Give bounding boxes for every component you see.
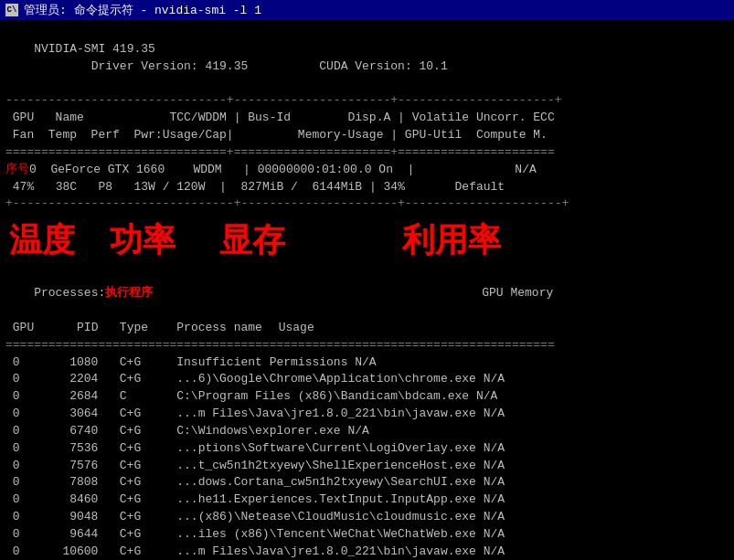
smi-version: NVIDIA-SMI 419.35 [34, 42, 155, 56]
annot-util: 利用率 [402, 218, 548, 263]
seq-num: 序号 [5, 163, 29, 176]
processes-section: Processes:执行程序GPU Memory GPU PID Type Pr… [0, 264, 734, 560]
gpu-row-2: 47% 38C P8 13W / 120W | 827MiB / 6144MiB… [5, 179, 729, 196]
separator-top: -------------------------------+--------… [5, 92, 729, 110]
terminal: NVIDIA-SMI 419.35 Driver Version: 419.35… [0, 20, 734, 217]
process-rows-container: 0 1080 C+G Insufficient Permissions N/A … [5, 354, 729, 561]
table-row: 0 8460 C+G ...he11.Experiences.TextInput… [5, 491, 729, 509]
table-row: 0 3064 C+G ...m Files\Java\jre1.8.0_221\… [5, 406, 729, 423]
table-row: 0 10600 C+G ...m Files\Java\jre1.8.0_221… [5, 544, 729, 560]
title-bar: C\ 管理员: 命令提示符 - nvidia-smi -l 1 [0, 0, 734, 20]
col-header-2: Fan Temp Perf Pwr:Usage/Cap| Memory-Usag… [5, 127, 729, 144]
table-row: 0 6740 C+G C:\Windows\explorer.exe N/A [5, 423, 729, 440]
col-type-label: Type [120, 321, 148, 334]
col-name-label: Process name [176, 321, 262, 334]
table-row: 0 7808 C+G ...dows.Cortana_cw5n1h2txyewy… [5, 474, 729, 491]
process-separator: ========================================… [5, 337, 729, 354]
exec-label: 执行程序 [105, 286, 153, 300]
annotation-row: 温度 功率 显存 利用率 [0, 217, 734, 264]
title-text: 管理员: 命令提示符 - nvidia-smi -l 1 [24, 2, 261, 18]
table-row: 0 9644 C+G ...iles (x86)\Tencent\WeChat\… [5, 526, 729, 544]
table-row: 0 2204 C+G ...6)\Google\Chrome\Applicati… [5, 371, 729, 388]
annot-power: 功率 [110, 218, 219, 263]
col-pid-label: PID [77, 321, 98, 334]
col-header-1: GPU Name TCC/WDDM | Bus-Id Disp.A | Vola… [5, 110, 729, 127]
table-row: 0 9048 C+G ...(x86)\Netease\CloudMusic\c… [5, 509, 729, 526]
title-icon: C\ [5, 4, 18, 16]
smi-version-line: NVIDIA-SMI 419.35 Driver Version: 419.35… [5, 24, 729, 92]
process-header-line: Processes:执行程序GPU Memory [5, 268, 729, 320]
gpu-row-1: 序号0 GeForce GTX 1660 WDDM | 00000000:01:… [5, 162, 729, 179]
table-row: 0 7536 C+G ...ptions\Software\Current\Lo… [5, 440, 729, 458]
separator-mid: ===============================+========… [5, 144, 729, 162]
table-row: 0 1080 C+G Insufficient Permissions N/A [5, 354, 729, 372]
annot-temp: 温度 [9, 218, 110, 263]
table-row: 0 7576 C+G ...t_cw5n1h2txyewy\ShellExper… [5, 458, 729, 475]
process-col-headers: GPU PID Type Process name Usage [5, 320, 729, 337]
separator-bot: +-------------------------------+-------… [5, 195, 729, 213]
annotation-layout: 温度 功率 显存 利用率 [0, 218, 734, 263]
col-gpu-label: GPU [13, 321, 34, 334]
table-row: 0 2684 C C:\Program Files (x86)\Bandicam… [5, 388, 729, 406]
annot-memory: 显存 [219, 218, 402, 263]
processes-label: Processes: [34, 286, 105, 300]
smi-driver [34, 59, 90, 73]
